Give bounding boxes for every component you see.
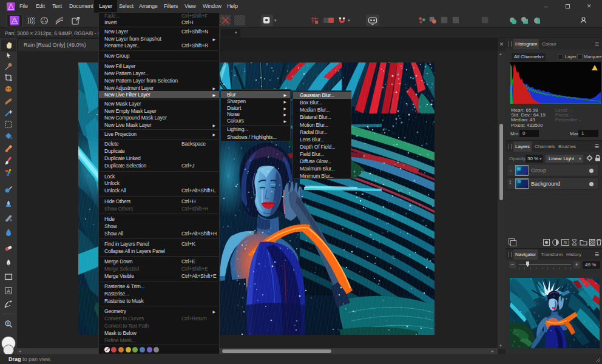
- svg-text:A: A: [7, 288, 10, 294]
